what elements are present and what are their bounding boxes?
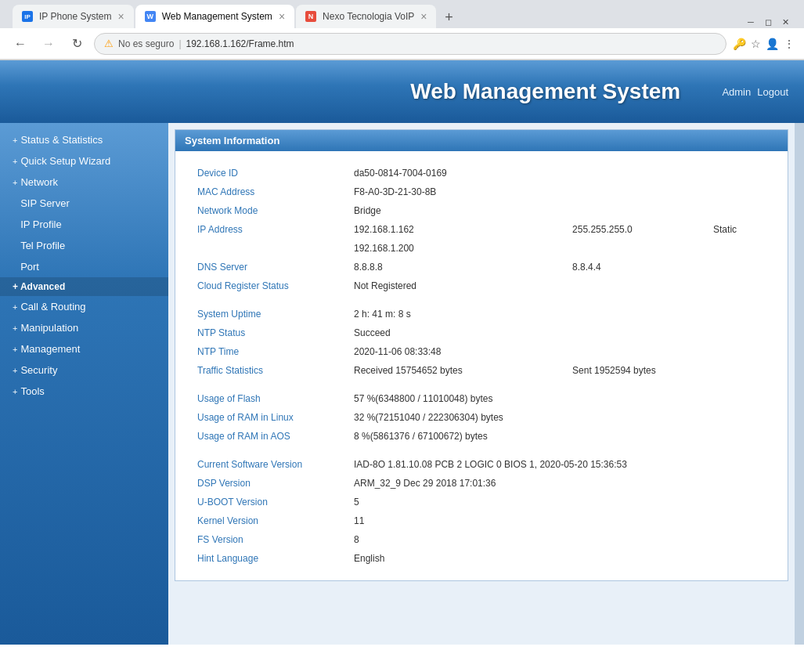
label-network-mode: Network Mode <box>191 201 348 220</box>
value-traffic-sent: Sent 1952594 bytes <box>566 361 707 380</box>
sidebar-label-manipulation: Manipulation <box>20 322 78 334</box>
key-icon[interactable]: 🔑 <box>733 38 746 50</box>
value-dns-primary: 8.8.8.8 <box>348 258 566 276</box>
restore-button[interactable]: ◻ <box>762 16 774 28</box>
label-flash-usage: Usage of Flash <box>191 389 348 408</box>
sidebar-item-quicksetup[interactable]: + Quick Setup Wizard <box>0 150 168 172</box>
tab-ip-phone-system[interactable]: IP IP Phone System × <box>13 5 134 28</box>
reload-button[interactable]: ↻ <box>66 33 88 55</box>
label-kernel-version: Kernel Version <box>191 511 348 530</box>
value-ip-address-2: 192.168.1.200 <box>348 239 566 258</box>
sidebar-item-management[interactable]: + Management <box>0 338 168 359</box>
close-button[interactable]: ✕ <box>779 16 791 28</box>
account-icon[interactable]: 👤 <box>766 38 779 50</box>
sidebar-item-port[interactable]: Port <box>0 256 168 277</box>
back-button[interactable]: ← <box>9 33 31 55</box>
label-cloud-register: Cloud Register Status <box>191 276 348 295</box>
row-hint-language: Hint Language English <box>191 549 772 568</box>
label-dsp-version: DSP Version <box>191 474 348 493</box>
value-ip-type: Static <box>707 220 772 239</box>
sidebar-label-ipprofile: IP Profile <box>20 219 62 230</box>
label-software-version: Current Software Version <box>191 455 348 474</box>
value-ntp-status: Succeed <box>348 323 566 342</box>
label-hint-language: Hint Language <box>191 549 348 568</box>
address-bar: ← → ↻ ⚠ No es seguro | 192.168.1.162/Fra… <box>0 28 804 60</box>
tab-close-2[interactable]: × <box>279 10 285 23</box>
sidebar-prefix-sipserver <box>13 199 17 208</box>
sidebar-section-advanced[interactable]: + Advanced <box>0 277 168 296</box>
value-subnet-mask: 255.255.255.0 <box>566 220 707 239</box>
value-hint-language: English <box>348 549 772 568</box>
sidebar: + Status & Statistics + Quick Setup Wiza… <box>0 123 168 645</box>
sidebar-item-callrouting[interactable]: + Call & Routing <box>0 296 168 317</box>
logout-button[interactable]: Logout <box>757 86 788 98</box>
value3-device-id <box>707 164 772 182</box>
row-mac-address: MAC Address F8-A0-3D-21-30-8B <box>191 182 772 201</box>
value2-mac-address <box>566 182 707 201</box>
value3-ntp-status <box>707 323 772 342</box>
sidebar-prefix-advanced: + <box>13 281 18 292</box>
row-uptime: System Uptime 2 h: 41 m: 8 s <box>191 305 772 323</box>
value-cloud-register: Not Registered <box>348 276 566 295</box>
value-ip-address-1: 192.168.1.162 <box>348 220 566 239</box>
tabs-bar: IP IP Phone System × W Web Management Sy… <box>6 0 798 28</box>
address-separator: | <box>178 38 181 49</box>
minimize-button[interactable]: ─ <box>745 16 757 28</box>
new-tab-button[interactable]: + <box>438 6 460 28</box>
row-cloud-register: Cloud Register Status Not Registered <box>191 276 772 295</box>
value3-ip-address-2 <box>707 239 772 258</box>
sidebar-item-sipserver[interactable]: SIP Server <box>0 193 168 214</box>
sidebar-label-port: Port <box>20 261 39 273</box>
sidebar-prefix-callrouting: + <box>13 302 17 312</box>
value-fs-version: 8 <box>348 530 772 549</box>
sidebar-prefix-management: + <box>13 345 17 354</box>
value-dns-secondary: 8.8.4.4 <box>566 258 707 276</box>
row-ip-address-1: IP Address 192.168.1.162 255.255.255.0 S… <box>191 220 772 239</box>
value-traffic-received: Received 15754652 bytes <box>348 361 566 380</box>
sidebar-item-status[interactable]: + Status & Statistics <box>0 129 168 150</box>
sidebar-label-advanced: Advanced <box>20 281 65 292</box>
app-title: Web Management System <box>369 79 722 104</box>
value-ntp-time: 2020-11-06 08:33:48 <box>348 342 566 361</box>
tab-label-2: Web Management System <box>162 11 272 22</box>
value3-network-mode <box>707 201 772 220</box>
content-area: System Information Device ID da50-0814-7… <box>168 123 795 645</box>
sidebar-item-ipprofile[interactable]: IP Profile <box>0 214 168 235</box>
tab-favicon-3: N <box>305 11 316 22</box>
row-dsp-version: DSP Version ARM_32_9 Dec 29 2018 17:01:3… <box>191 474 772 493</box>
value3-cloud-register <box>707 276 772 295</box>
sidebar-item-network[interactable]: + Network <box>0 172 168 193</box>
row-traffic: Traffic Statistics Received 15754652 byt… <box>191 361 772 380</box>
sidebar-prefix-ipprofile <box>13 220 17 229</box>
tab-close-1[interactable]: × <box>118 10 124 23</box>
tab-close-3[interactable]: × <box>420 10 427 23</box>
sidebar-item-security[interactable]: + Security <box>0 359 168 381</box>
tab-nexo[interactable]: N Nexo Tecnologia VoIP × <box>296 5 436 28</box>
sidebar-item-tools[interactable]: + Tools <box>0 381 168 402</box>
value-kernel-version: 11 <box>348 511 772 530</box>
label-ntp-time: NTP Time <box>191 342 348 361</box>
sidebar-item-telprofile[interactable]: Tel Profile <box>0 235 168 256</box>
star-icon[interactable]: ☆ <box>751 38 761 50</box>
header-actions: Admin Logout <box>722 86 788 98</box>
value-uboot-version: 5 <box>348 493 772 511</box>
sidebar-label-callrouting: Call & Routing <box>20 301 85 313</box>
forward-button[interactable]: → <box>38 33 59 55</box>
address-input[interactable]: ⚠ No es seguro | 192.168.1.162/Frame.htm <box>94 33 726 55</box>
panel-header: System Information <box>175 130 788 151</box>
tab-web-management[interactable]: W Web Management System × <box>135 5 294 28</box>
value2-cloud-register <box>566 276 707 295</box>
value-mac-address: F8-A0-3D-21-30-8B <box>348 182 566 201</box>
value-ram-aos: 8 %(5861376 / 67100672) bytes <box>348 427 772 446</box>
row-device-id: Device ID da50-0814-7004-0169 <box>191 164 772 182</box>
menu-icon[interactable]: ⋮ <box>784 38 795 50</box>
label-traffic: Traffic Statistics <box>191 361 348 380</box>
label-ntp-status: NTP Status <box>191 323 348 342</box>
row-ntp-time: NTP Time 2020-11-06 08:33:48 <box>191 342 772 361</box>
sidebar-prefix-status: + <box>13 135 17 145</box>
address-text: 192.168.1.162/Frame.htm <box>186 38 294 49</box>
sidebar-label-security: Security <box>20 364 57 376</box>
gap-1 <box>191 295 772 305</box>
scrollbar[interactable] <box>795 123 804 645</box>
sidebar-item-manipulation[interactable]: + Manipulation <box>0 317 168 338</box>
